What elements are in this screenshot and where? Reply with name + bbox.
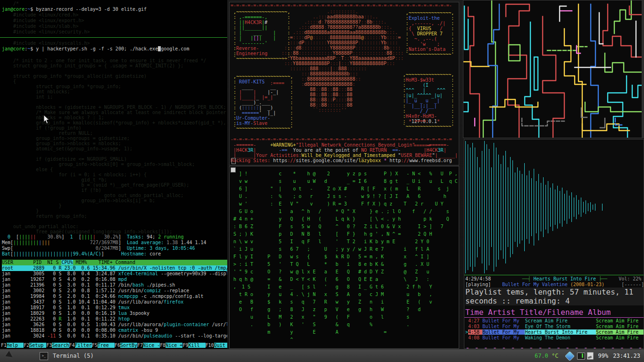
playlist-end-divider: - - - - - - - - - - - - - - - - - - - - …	[464, 343, 644, 349]
htop-function-key-bar: F1Help F2Setup F3SearchF4FilterF5Tree F6…	[0, 343, 227, 348]
now-playing-status: 4:29/4:58 ──┤ Hearts Burst Into Fire ├──…	[464, 275, 644, 288]
warning-banner: -======- +WARNING+"Illegal_Network_Conne…	[231, 142, 458, 163]
tray-gem-icon[interactable]	[564, 351, 574, 361]
bottom-dash-border: -=-=-=-=-=-=-=-=-=-=-=-=-=-=-=-=-=-=-=-=…	[231, 137, 452, 142]
tray-monitor-icon[interactable]	[577, 353, 585, 360]
cpu-temperature: 67.0 °C	[535, 353, 559, 359]
playlist-header-divider	[464, 317, 644, 318]
shell-prompt-area: /*jan@core:~$ byzanz-record --delay=3 -d…	[0, 0, 227, 52]
matrix-rain-text: ] ! c * h @ 2 y z p s P ) X - N < % U P …	[233, 170, 458, 344]
htop-table-header: USER PID NI S CPU% MEM% TIME+ Command	[2, 260, 227, 265]
taskbar: >_ Terminal (5) 67.0 °C 99% 23:41.23	[0, 349, 644, 362]
playlist-header: Time Artist Title/Filename Album	[464, 308, 644, 317]
shell-cursor	[231, 158, 236, 164]
htop-table-rows: root 2889 0 R 23.0 0.6 15:34.96 /usr/bin…	[2, 265, 227, 339]
top-dash-border: =-=-=-=-=-=-=-=-=-=-=-=-=-=-=-=-=-=-=-=-…	[231, 3, 452, 8]
connector-right: ====:	[414, 118, 429, 123]
matrix-window[interactable]: ] ! c * h @ 2 y z p s P ) X - N < % U P …	[229, 166, 459, 349]
hackertyper-code: /* init to 2 - one for init_task, one to…	[2, 53, 227, 239]
music-player-window[interactable]: 4:29/4:58 ──┤ Hearts Burst Into Fire ├──…	[464, 139, 644, 349]
htop-pane: 0 [|||||| 30.8%] 1 [||||| 30.2%] Tasks: …	[0, 234, 227, 342]
mouse-cursor	[43, 115, 50, 124]
hacker-box-virus-dropper: ,~~~~~~~~~~~~~~~,:Exploit-the :: ,------…	[406, 10, 454, 57]
show-desktop-icon[interactable]	[5, 351, 14, 360]
playlist: 4:27 Bullet For My Scream Aim Fire Screa…	[464, 318, 644, 341]
taskbar-window-button[interactable]: >_ Terminal (5)	[36, 351, 98, 361]
pipes-screensaver-art	[463, 0, 642, 138]
htop-process-table: USER PID NI S CPU% MEM% TIME+ Command ro…	[2, 260, 227, 339]
playlist-summary: Playlist tems, length: 57 minutes, 11 se…	[464, 288, 644, 305]
tray-clipboard-icon[interactable]	[587, 352, 594, 360]
connector-left: :====	[270, 81, 284, 86]
terminal-icon: >_	[40, 352, 48, 360]
battery-percentage: 99%	[598, 353, 609, 359]
skull-ascii-art: .:::::::::. ..:::aad8888888baa:::.. .:::…	[279, 9, 404, 113]
pipes-window[interactable]	[463, 0, 644, 138]
audio-visualizer	[464, 140, 644, 275]
clock: 23:41.23	[613, 353, 640, 359]
htop-meters: 0 [|||||| 30.8%] 1 [||||| 30.2%] Tasks: …	[2, 234, 227, 257]
desktop: /* init to 2 - one for init_task, one to…	[0, 0, 644, 362]
system-tray: 67.0 °C 99% 23:41.23	[535, 349, 642, 362]
hacker-art-window[interactable]: =-=-=-=-=-=-=-=-=-=-=-=-=-=-=-=-=-=-=-=-…	[229, 2, 459, 165]
terminal-window[interactable]: /* init to 2 - one for init_task, one to…	[0, 0, 227, 349]
taskbar-window-label: Terminal (5)	[53, 353, 94, 359]
